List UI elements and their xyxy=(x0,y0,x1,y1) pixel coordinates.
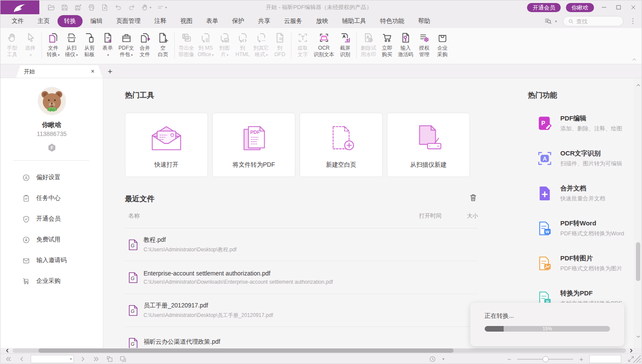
more-options-icon[interactable] xyxy=(629,17,637,25)
menu-item[interactable]: 文件 xyxy=(5,16,31,27)
sidebar-item[interactable]: 任务中心 xyxy=(0,188,103,209)
first-page-icon[interactable] xyxy=(5,355,12,363)
next-page-icon[interactable] xyxy=(79,355,86,363)
tool-card[interactable]: PDF 将文件转为PDF xyxy=(212,113,295,177)
clear-recent-trash-icon[interactable] xyxy=(469,193,478,202)
menu-item[interactable]: 云服务 xyxy=(277,16,309,27)
search-box[interactable] xyxy=(563,16,623,26)
feature-item[interactable]: A OCR文字识别 扫描件、图片转为可编辑 xyxy=(528,141,634,176)
account-button[interactable]: 你瞅啥 xyxy=(566,3,594,12)
ribbon-button[interactable]: 到 MSOffice▾ xyxy=(196,28,215,64)
menu-item[interactable]: 放映 xyxy=(309,16,335,27)
ribbon-button[interactable]: 截屏识别▾ xyxy=(336,28,354,64)
menu-item[interactable]: 帮助 xyxy=(411,16,437,27)
ribbon-button[interactable]: 到HTML▾ xyxy=(233,28,252,64)
ribbon-button[interactable]: 手型工具▾ xyxy=(3,28,21,64)
close-button[interactable] xyxy=(629,3,638,12)
feature-item[interactable]: W PDF转Word PDF格式文档转换为Word xyxy=(528,211,634,246)
ribbon-button[interactable]: 表单▾ xyxy=(99,28,117,64)
feature-item[interactable]: PDF转图片 PDF格式文档转换为图片 xyxy=(528,246,634,281)
ribbon-button[interactable]: 选择▾ xyxy=(21,28,39,64)
scroll-up-icon[interactable] xyxy=(636,82,641,88)
menu-item[interactable]: 特色功能 xyxy=(373,16,411,27)
find-input[interactable] xyxy=(576,18,619,25)
maximize-button[interactable] xyxy=(614,3,623,12)
menu-item[interactable]: 辅助工具 xyxy=(335,16,373,27)
tab-close-icon[interactable]: ✕ xyxy=(91,69,95,74)
sidebar-item[interactable]: 开通会员 xyxy=(0,209,103,229)
page-number-input[interactable] xyxy=(33,356,70,362)
menu-item[interactable]: 页面管理 xyxy=(109,16,147,27)
scroll-down-icon[interactable] xyxy=(636,334,641,339)
sidebar-item[interactable]: 偏好设置 xyxy=(0,167,103,188)
ribbon-button[interactable]: 到图片▾ xyxy=(215,28,233,64)
prev-page-icon[interactable] xyxy=(18,355,26,363)
menu-item[interactable]: 共享 xyxy=(251,16,277,27)
quick-access-button[interactable]: ▾ xyxy=(73,3,83,13)
menu-item[interactable]: 视图 xyxy=(173,16,199,27)
quick-access-button[interactable]: ▾ xyxy=(140,3,152,13)
column-name[interactable]: 名称 xyxy=(125,212,385,220)
rotate-view-icon[interactable] xyxy=(429,355,436,363)
recent-file-row[interactable]: G 福昕云办公渠道代理政策.pdf xyxy=(125,327,478,348)
tool-card[interactable]: 新建空白页 xyxy=(300,113,383,177)
ribbon-button[interactable]: 立即购买▾ xyxy=(378,28,396,64)
ribbon-button[interactable]: 企业采购▾ xyxy=(433,28,451,64)
find-list-icon[interactable] xyxy=(544,17,553,25)
tool-card[interactable]: 快速打开 xyxy=(125,113,208,177)
quick-access-button[interactable]: ▾ xyxy=(156,3,168,13)
feature-item[interactable]: 合并文档 快速批量合并文档 xyxy=(528,176,634,211)
quick-access-button[interactable]: ▾ xyxy=(100,3,110,13)
vertical-scrollbar[interactable] xyxy=(634,78,642,348)
horizontal-scrollbar-track[interactable] xyxy=(13,348,626,353)
menu-item[interactable]: 表单 xyxy=(199,16,225,27)
ribbon-button[interactable]: 合并文件▾ xyxy=(136,28,154,64)
snapshot-icon[interactable] xyxy=(106,355,113,363)
column-open-time[interactable]: 打开时间 xyxy=(385,212,441,220)
minimize-button[interactable] xyxy=(599,3,609,12)
new-tab-button[interactable]: + xyxy=(102,67,118,78)
tab-start[interactable]: 开始 ✕ xyxy=(16,65,102,78)
feature-item[interactable]: P PDF编辑 添加、删除、注释、绘图 xyxy=(528,106,634,141)
ribbon-button[interactable]: 输入激活码▾ xyxy=(396,28,415,64)
menu-item[interactable]: 编辑 xyxy=(83,16,109,27)
menu-item[interactable]: 保护 xyxy=(225,16,251,27)
vertical-scrollbar-thumb[interactable] xyxy=(636,242,640,281)
ribbon-button[interactable]: 到其它格式▾ xyxy=(252,28,271,64)
foxit-logo[interactable] xyxy=(0,0,39,14)
clone-page-icon[interactable] xyxy=(119,355,127,363)
collapse-ribbon-icon[interactable] xyxy=(631,57,637,63)
horizontal-scrollbar-thumb[interactable] xyxy=(38,348,454,353)
ribbon-button[interactable]: 文件转换▾ xyxy=(44,28,62,64)
zoom-level-input[interactable] xyxy=(589,355,621,363)
sidebar-item[interactable]: 输入邀请码 xyxy=(0,250,103,271)
zoom-slider[interactable] xyxy=(517,356,573,362)
menu-item[interactable]: 注释 xyxy=(147,16,173,27)
ribbon-button[interactable]: 从剪贴板▾ xyxy=(80,28,99,64)
open-membership-button[interactable]: 开通会员 xyxy=(527,3,561,12)
menu-item[interactable]: 转换 xyxy=(57,15,83,27)
recent-file-row[interactable]: G 教程.pdf C:\Users\Administrator\Desktop\… xyxy=(125,228,478,261)
recent-file-row[interactable]: G Enterprise-account settlement authoriz… xyxy=(125,261,478,294)
ribbon-button[interactable]: 导出全部图像▾ xyxy=(177,28,196,64)
ribbon-button[interactable]: 提取文字▾ xyxy=(294,28,312,64)
zoom-slider-handle[interactable] xyxy=(543,356,549,362)
sidebar-item[interactable]: 免费试用 xyxy=(0,229,103,250)
ribbon-button[interactable]: OCR识别文本▾ xyxy=(312,28,336,64)
rotate-view-caret[interactable]: ▾ xyxy=(442,357,444,361)
ribbon-button[interactable]: 空白页▾ xyxy=(154,28,172,64)
page-select-caret[interactable]: ▾ xyxy=(70,357,72,361)
zoom-in-button[interactable]: + xyxy=(579,356,583,362)
menu-item[interactable]: 主页 xyxy=(31,16,57,27)
column-size[interactable]: 大小 xyxy=(441,212,478,220)
ribbon-button[interactable]: PDF文件包▾ xyxy=(117,28,136,64)
quick-access-button[interactable]: ▾ xyxy=(60,3,70,13)
horizontal-scrollbar[interactable] xyxy=(0,348,642,353)
find-dropdown-arrow[interactable]: ▾ xyxy=(555,19,557,23)
ribbon-button[interactable]: 从扫描仪▾ xyxy=(62,28,80,64)
page-number-select[interactable]: ▾ xyxy=(31,355,74,363)
sidebar-item[interactable]: 企业采购 xyxy=(0,271,103,291)
recent-file-row[interactable]: G 员工手册_20120917.pdf C:\Users\Administrat… xyxy=(125,294,478,327)
quick-access-button[interactable]: ▾ xyxy=(113,3,123,13)
quick-access-button[interactable]: ▾ xyxy=(86,3,96,13)
